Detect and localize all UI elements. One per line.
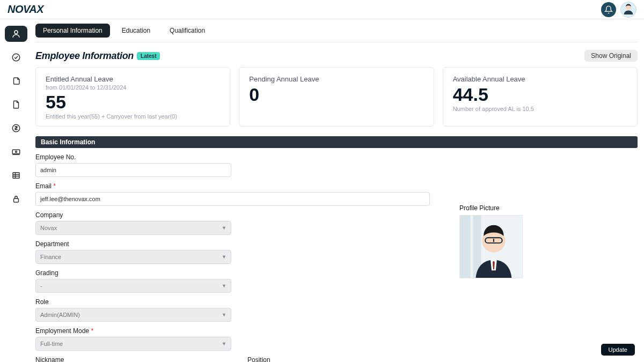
sidebar-item-personal[interactable]	[5, 26, 27, 42]
tab-qualification[interactable]: Qualification	[162, 24, 213, 38]
svg-point-3	[12, 54, 20, 61]
chevron-down-icon: ▼	[222, 312, 226, 317]
svg-rect-5	[12, 150, 20, 154]
label-company: Company	[35, 211, 438, 219]
email-input[interactable]	[35, 192, 430, 206]
tab-personal-information[interactable]: Personal Information	[35, 24, 110, 38]
label-employment-mode: Employment Mode *	[35, 327, 438, 335]
dollar-icon	[11, 123, 21, 133]
card-entitled-leave: Entitled Annual Leave from 01/01/2024 to…	[35, 67, 230, 127]
chevron-down-icon: ▼	[222, 283, 226, 289]
label-role: Role	[35, 298, 438, 306]
user-avatar[interactable]	[620, 2, 636, 18]
card-value: 44.5	[453, 85, 627, 104]
chevron-down-icon: ▼	[222, 225, 226, 231]
sidebar-item-payroll[interactable]	[5, 120, 27, 136]
label-profile-picture: Profile Picture	[459, 204, 638, 212]
card-subtext: Entitled this year(55) + Carryover from …	[46, 113, 220, 120]
card-value: 0	[249, 85, 423, 104]
card-value: 55	[46, 93, 220, 111]
employment-mode-select: Full-time▼	[35, 337, 231, 351]
avatar-icon	[621, 2, 636, 18]
label-department: Department	[35, 240, 438, 248]
card-available-leave: Available Annual Leave 44.5 Number of ap…	[443, 67, 638, 127]
card-title: Pending Annual Leave	[249, 75, 423, 83]
status-badge: Latest	[137, 52, 160, 60]
role-select: Admin(ADMIN)▼	[35, 308, 231, 322]
profile-picture[interactable]	[459, 215, 523, 278]
card-subtext: Number of approved AL is 10.5	[453, 106, 627, 112]
show-original-button[interactable]: Show Original	[584, 50, 638, 62]
card-pending-leave: Pending Annual Leave 0	[239, 67, 434, 127]
card-title: Entitled Annual Leave	[46, 75, 220, 83]
label-employee-no: Employee No.	[35, 153, 438, 161]
svg-rect-10	[460, 216, 471, 278]
sidebar-item-reports[interactable]	[5, 167, 27, 183]
lock-icon	[11, 194, 21, 204]
sidebar-item-security[interactable]	[5, 191, 27, 207]
svg-rect-8	[14, 198, 19, 202]
copy-icon	[11, 76, 21, 86]
label-grading: Grading	[35, 269, 438, 277]
card-title: Available Annual Leave	[453, 75, 627, 83]
check-circle-icon	[11, 53, 21, 62]
bell-icon	[604, 5, 613, 14]
department-select: Finance▼	[35, 250, 231, 264]
table-icon	[11, 171, 21, 180]
person-icon	[11, 29, 21, 39]
label-email: Email *	[35, 182, 438, 190]
chevron-down-icon: ▼	[222, 341, 226, 346]
update-button[interactable]: Update	[601, 344, 635, 356]
chevron-down-icon: ▼	[222, 254, 226, 260]
sidebar-item-file[interactable]	[5, 97, 27, 113]
company-select: Novax▼	[35, 221, 231, 235]
sidebar-item-approvals[interactable]	[5, 49, 27, 65]
cash-icon	[11, 147, 21, 157]
tabs: Personal Information Education Qualifica…	[35, 19, 638, 42]
card-subtext: from 01/01/2024 to 12/31/2024	[46, 84, 220, 91]
grading-select: -▼	[35, 279, 231, 293]
sidebar	[0, 19, 32, 362]
profile-photo-icon	[460, 215, 522, 278]
employee-no-input[interactable]	[35, 163, 231, 177]
file-icon	[11, 100, 21, 109]
tab-education[interactable]: Education	[114, 24, 158, 38]
svg-point-6	[16, 151, 17, 153]
sidebar-item-documents[interactable]	[5, 73, 27, 89]
section-header-basic: Basic Information	[35, 136, 638, 148]
svg-rect-7	[13, 173, 19, 179]
svg-point-2	[14, 31, 18, 34]
notifications-button[interactable]	[601, 2, 616, 17]
brand-logo: NOVAX	[8, 3, 43, 16]
sidebar-item-cash[interactable]	[5, 144, 27, 160]
label-position: Position	[247, 356, 438, 362]
label-nickname: Nickname	[35, 356, 231, 362]
page-title: Employee Information	[35, 50, 134, 62]
